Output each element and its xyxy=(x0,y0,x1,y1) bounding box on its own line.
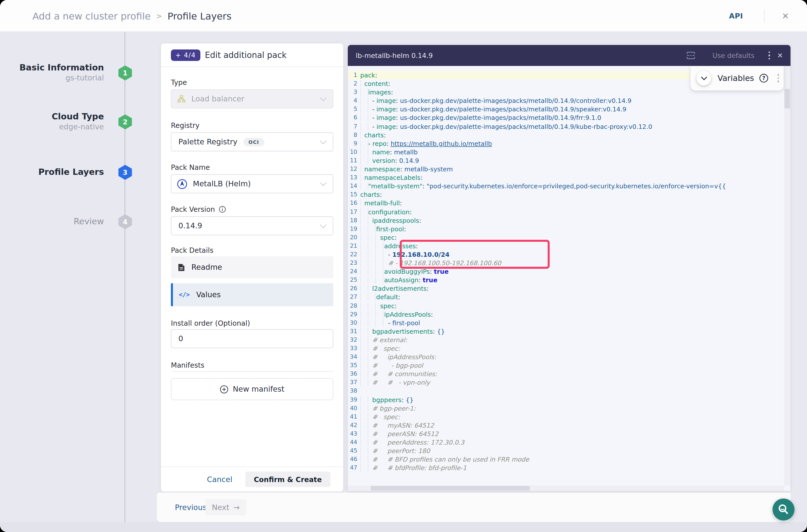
pack-version-select[interactable]: 0.14.9 xyxy=(171,216,333,235)
chevron-down-icon xyxy=(320,222,326,228)
card-title: Edit additional pack xyxy=(205,43,286,67)
stepper-step-basic-information[interactable]: Basic Informationgs-tutorial1 xyxy=(0,65,133,80)
new-manifest-button[interactable]: New manifest xyxy=(171,378,333,400)
horizontal-scrollbar[interactable] xyxy=(348,486,784,491)
readme-label: Readme xyxy=(191,263,222,272)
info-icon[interactable] xyxy=(219,206,226,213)
stepper-line xyxy=(125,32,126,532)
line-number: 28 xyxy=(350,302,357,310)
vertical-scrollbar[interactable] xyxy=(784,66,790,486)
pack-version-label: Pack Version xyxy=(171,205,215,213)
line-number: 38 xyxy=(350,387,357,395)
code-line: 18 ipaddresspools: xyxy=(348,216,784,225)
values-label: Values xyxy=(196,290,221,299)
pack-version-label-row: Pack Version xyxy=(171,205,226,213)
pack-name-value: MetalLB (Helm) xyxy=(193,179,251,188)
diff-view-icon[interactable] xyxy=(686,52,695,59)
code-line: 15charts: xyxy=(348,191,784,199)
values-tab[interactable]: </> Values xyxy=(171,283,333,306)
code-line: 6 - image: us-docker.pkg.dev/palette-ima… xyxy=(348,114,784,122)
edit-pack-card: + 4/4 Edit additional pack Type Load bal… xyxy=(161,43,343,492)
code-line: 10 name: metallb xyxy=(348,148,784,156)
type-value: Load balancer xyxy=(191,94,244,103)
yaml-code-area[interactable]: 1pack:2 content:3 images:4 - image: us-d… xyxy=(348,66,784,486)
line-number: 29 xyxy=(350,310,357,319)
top-bar: Add a new cluster profile > Profile Laye… xyxy=(0,0,807,32)
step-hexagon-badge: 4 xyxy=(118,214,132,229)
code-line: 31 bgpadvertisements: {} xyxy=(348,327,784,336)
line-number: 36 xyxy=(350,370,357,378)
editor-close-icon[interactable]: ✕ xyxy=(777,52,783,59)
breadcrumb-parent[interactable]: Add a new cluster profile xyxy=(33,11,151,21)
variables-label: Variables xyxy=(717,73,754,83)
stepper-step-cloud-type[interactable]: Cloud Typeedge-native2 xyxy=(0,114,133,129)
registry-select[interactable]: Palette Registry OCI xyxy=(171,132,333,151)
help-circle-icon[interactable]: ? xyxy=(759,73,769,83)
code-line: 34 # ipAddressPools: xyxy=(348,353,784,361)
install-order-label: Install order (Optional) xyxy=(171,319,250,327)
line-number: 18 xyxy=(350,216,357,225)
code-line: 33 # spec: xyxy=(348,344,784,353)
line-number: 7 xyxy=(350,122,357,131)
type-select[interactable]: Load balancer xyxy=(171,90,333,108)
step-title: Cloud Type xyxy=(4,111,104,122)
line-number: 47 xyxy=(350,464,357,472)
line-number: 42 xyxy=(350,421,357,430)
line-number: 5 xyxy=(350,105,357,114)
horizontal-scrollbar-thumb[interactable] xyxy=(371,486,530,491)
line-number: 37 xyxy=(350,378,357,387)
code-line: 41 # spec: xyxy=(348,413,784,421)
chevron-down-icon xyxy=(320,179,326,186)
close-icon[interactable]: ✕ xyxy=(782,0,789,32)
code-icon: </> xyxy=(179,291,190,298)
next-button[interactable]: Next → xyxy=(205,499,246,515)
editor-kebab-menu-icon[interactable] xyxy=(769,52,770,60)
next-label: Next xyxy=(212,503,229,512)
code-line: 36 # # communities: xyxy=(348,370,784,378)
header-divider xyxy=(764,10,765,22)
code-line: 7 - image: us-docker.pkg.dev/palette-ima… xyxy=(348,122,784,131)
install-order-input[interactable]: 0 xyxy=(171,329,333,348)
previous-button[interactable]: Previous xyxy=(175,493,207,522)
step-hexagon-badge: 3 xyxy=(118,165,132,180)
load-balancer-icon xyxy=(177,95,185,103)
modal-window: Add a new cluster profile > Profile Laye… xyxy=(0,0,807,532)
line-number: 16 xyxy=(350,199,357,208)
variables-expand-button[interactable] xyxy=(697,71,711,86)
code-line: 37 # # - vpn-only xyxy=(348,378,784,387)
code-line: 38 xyxy=(348,387,784,395)
search-help-button[interactable] xyxy=(772,498,794,520)
type-label: Type xyxy=(171,78,187,87)
pack-name-select[interactable]: MetalLB (Helm) xyxy=(171,174,333,193)
code-line: 28 spec: xyxy=(348,302,784,310)
confirm-create-button[interactable]: Confirm & Create xyxy=(245,472,330,487)
card-header: + 4/4 Edit additional pack xyxy=(161,43,343,67)
magnifier-icon xyxy=(777,503,790,516)
line-number: 46 xyxy=(350,455,357,463)
manifests-divider xyxy=(171,371,333,372)
stepper-step-review[interactable]: Review4 xyxy=(0,214,133,229)
code-line: 26 l2advertisements: xyxy=(348,284,784,293)
use-defaults-button[interactable]: Use defaults xyxy=(712,52,754,59)
line-number: 25 xyxy=(350,276,357,284)
code-line: 39 bgppeers: {} xyxy=(348,395,784,404)
line-number: 22 xyxy=(350,250,357,259)
code-line: 29 ipAddressPools: xyxy=(348,310,784,319)
arrow-right-icon: → xyxy=(233,503,240,512)
pack-name-label: Pack Name xyxy=(171,163,210,171)
line-number: 14 xyxy=(350,182,357,190)
cancel-button[interactable]: Cancel xyxy=(207,475,232,484)
api-button[interactable]: API xyxy=(729,0,743,32)
code-line: 23 # - 192.168.100.50-192.168.100.60 xyxy=(348,259,784,267)
stepper-step-profile-layers[interactable]: Profile Layers3 xyxy=(0,165,133,180)
svg-text:?: ? xyxy=(762,75,765,81)
step-title: Review xyxy=(4,216,104,227)
line-number: 33 xyxy=(350,344,357,353)
document-icon xyxy=(178,263,185,271)
variables-kebab-menu-icon[interactable] xyxy=(777,74,779,82)
readme-tab[interactable]: Readme xyxy=(171,256,333,278)
bottom-band xyxy=(0,522,807,532)
vertical-scrollbar-thumb[interactable] xyxy=(785,89,790,108)
line-number: 31 xyxy=(350,327,357,336)
pack-details-label: Pack Details xyxy=(171,246,213,254)
